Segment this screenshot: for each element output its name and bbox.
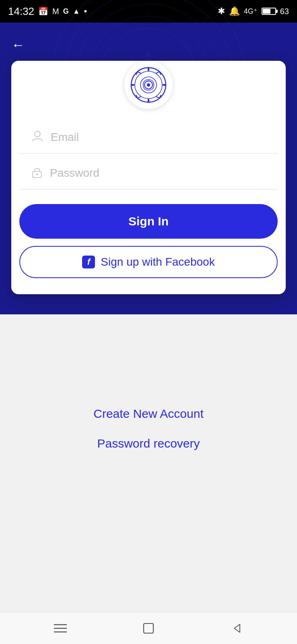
create-account-link[interactable]: Create New Account (89, 403, 207, 425)
battery-icon (262, 8, 276, 15)
password-recovery-link[interactable]: Password recovery (93, 433, 204, 454)
signin-button[interactable]: Sign In (19, 204, 278, 239)
password-field-row (19, 157, 278, 190)
email-input[interactable] (51, 127, 266, 148)
logo-wrapper (11, 61, 286, 109)
nav-home-button[interactable] (136, 616, 161, 640)
top-section: ← (0, 23, 297, 314)
nav-menu-button[interactable] (48, 616, 72, 640)
battery-level: 63 (280, 7, 289, 16)
calendar-icon: 📅 (38, 6, 48, 16)
time: 14:32 (8, 5, 34, 18)
login-card: Sign In f Sign up with Facebook (11, 61, 286, 294)
app-logo (130, 67, 167, 103)
user-icon (31, 130, 43, 145)
password-input[interactable] (50, 163, 266, 184)
facebook-signup-button[interactable]: f Sign up with Facebook (19, 246, 278, 278)
lock-icon (31, 166, 43, 181)
nav-bar (0, 612, 297, 644)
svg-marker-34 (234, 624, 240, 632)
svg-point-29 (36, 173, 38, 175)
svg-point-18 (147, 83, 150, 87)
logo-circle (124, 61, 173, 109)
gray-section: Create New Account Password recovery (0, 314, 297, 612)
svg-point-27 (35, 131, 40, 137)
email-field-row (19, 121, 278, 154)
back-arrow-icon: ← (11, 37, 25, 52)
back-button[interactable]: ← (0, 23, 36, 61)
battery-fill (263, 9, 270, 14)
facebook-icon: f (82, 256, 95, 268)
svg-rect-33 (144, 623, 153, 633)
nav-back-button[interactable] (225, 616, 249, 640)
facebook-button-label: Sign up with Facebook (101, 256, 214, 268)
